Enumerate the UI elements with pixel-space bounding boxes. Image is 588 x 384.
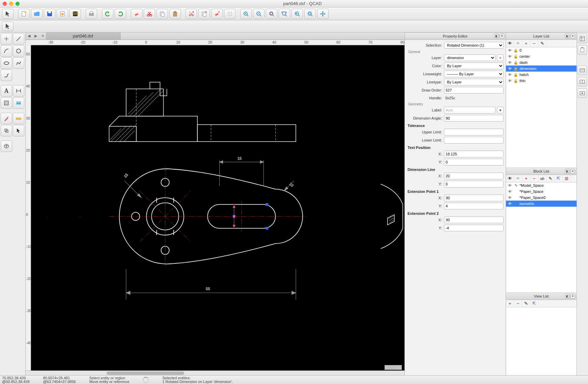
panel-button-1[interactable] <box>578 66 587 75</box>
add-layer-button[interactable]: + <box>522 40 530 47</box>
tab-close-button[interactable]: ✕ <box>39 33 46 40</box>
line-tool[interactable] <box>13 33 24 45</box>
tab-next-button[interactable]: ▶ <box>32 33 39 40</box>
pan-button[interactable] <box>317 9 329 19</box>
rename-block-button[interactable]: a|b <box>538 175 547 182</box>
visibility-icon[interactable]: 👁 <box>507 183 512 187</box>
measure-tool[interactable] <box>13 113 24 124</box>
close-icon[interactable]: ✕ <box>570 169 575 174</box>
panel-button-2[interactable] <box>578 77 587 86</box>
block-item[interactable]: 👁✎*Model_Space <box>506 182 577 188</box>
ext1-x-input[interactable] <box>444 195 504 201</box>
show-all-blocks-button[interactable]: 👁 <box>506 175 514 182</box>
redo-button[interactable] <box>115 9 126 19</box>
detach-icon[interactable]: ◧ <box>565 294 570 299</box>
print-button[interactable] <box>57 9 68 19</box>
close-icon[interactable]: ✕ <box>570 294 575 299</box>
horizontal-scrollbar[interactable] <box>26 370 404 375</box>
copy-button[interactable] <box>157 9 168 19</box>
document-tab[interactable]: part046.dxf <box>46 32 120 40</box>
select-tool[interactable] <box>13 125 24 136</box>
remove-layer-button[interactable]: − <box>530 40 538 47</box>
detach-icon[interactable]: ◧ <box>565 34 570 39</box>
dimline-y-input[interactable] <box>444 181 504 187</box>
open-file-button[interactable] <box>31 9 43 19</box>
lock-icon[interactable]: 🔒 <box>513 79 518 83</box>
image-tool[interactable] <box>13 97 24 109</box>
isometric-tool[interactable] <box>1 140 12 152</box>
visibility-icon[interactable]: 👁 <box>507 73 512 77</box>
block-item[interactable]: 👁isometric <box>506 201 577 207</box>
library-browser-button[interactable] <box>578 34 587 43</box>
block-item[interactable]: 👁*Paper_Space <box>506 188 577 195</box>
lock-icon[interactable]: 🔒 <box>513 67 518 71</box>
visibility-icon[interactable]: 👁 <box>507 48 512 52</box>
drawing-canvas[interactable]: 15 55 15 10 <box>31 45 404 370</box>
close-icon[interactable]: ✕ <box>570 34 575 39</box>
block-tool[interactable] <box>1 125 12 136</box>
point-tool[interactable] <box>1 33 12 45</box>
visibility-icon[interactable]: 👁 <box>507 54 512 58</box>
edit-view-button[interactable]: ✎ <box>522 300 530 307</box>
add-layer-button[interactable]: + <box>497 54 504 61</box>
visibility-icon[interactable]: 👁 <box>507 189 512 194</box>
zoom-in-button[interactable] <box>240 9 252 19</box>
selection-dropdown[interactable]: Rotated Dimension (1) <box>444 42 504 49</box>
save-file-button[interactable] <box>44 9 55 19</box>
cut-ref-button[interactable] <box>186 9 197 19</box>
grid-button[interactable] <box>224 9 235 19</box>
textpos-x-input[interactable] <box>444 151 504 157</box>
zoom-selection-button[interactable] <box>279 9 290 19</box>
detach-icon[interactable]: ◧ <box>565 169 570 174</box>
lock-icon[interactable]: 🔒 <box>513 60 518 65</box>
ellipse-tool[interactable] <box>1 57 12 69</box>
panel-button-3[interactable] <box>578 88 587 98</box>
dimension-tool[interactable] <box>13 85 24 97</box>
lock-icon[interactable]: 🔒 <box>513 54 518 59</box>
hatch-tool[interactable] <box>1 97 12 109</box>
zoom-window-button[interactable] <box>304 9 316 19</box>
ext2-x-input[interactable] <box>444 216 504 223</box>
ext1-y-input[interactable] <box>444 203 504 209</box>
hide-all-blocks-button[interactable]: 👁 <box>514 175 522 182</box>
erase-button[interactable] <box>131 9 142 19</box>
dimangle-input[interactable] <box>444 115 504 122</box>
layer-dropdown[interactable]: dimension <box>444 54 496 61</box>
block-item[interactable]: 👁*Paper_Space0 <box>506 195 577 201</box>
polyline-tool[interactable] <box>1 70 12 81</box>
svg-export-button[interactable]: SVG <box>69 9 81 19</box>
add-view-button[interactable]: + <box>506 300 514 307</box>
label-input[interactable] <box>444 107 496 113</box>
layer-item[interactable]: 👁🔒thin <box>506 78 577 84</box>
zoom-out-button[interactable] <box>253 9 264 19</box>
textpos-y-input[interactable] <box>444 159 504 165</box>
visibility-icon[interactable]: 👁 <box>507 79 512 83</box>
linetype-dropdown[interactable]: By Layer <box>444 79 504 85</box>
goto-view-button[interactable]: ⇱ <box>530 300 538 307</box>
spline-tool[interactable] <box>13 57 24 69</box>
paste-button[interactable] <box>169 9 181 19</box>
remove-block-button[interactable]: − <box>530 175 538 182</box>
layer-item[interactable]: 👁🔒center <box>506 53 577 59</box>
zoom-previous-button[interactable] <box>291 9 303 19</box>
close-block-button[interactable]: ⊠ <box>563 175 571 182</box>
layer-item[interactable]: 👁🔒dimension <box>506 66 577 72</box>
visibility-icon[interactable]: 👁 <box>507 67 512 71</box>
tab-prev-button[interactable]: ◀ <box>26 33 32 40</box>
copy-ref-button[interactable] <box>198 9 210 19</box>
visibility-icon[interactable]: 👁 <box>507 202 512 206</box>
undo-button[interactable] <box>102 9 113 19</box>
lock-icon[interactable]: 🔒 <box>513 73 518 77</box>
detach-icon[interactable]: ◧ <box>494 34 499 39</box>
pointer-tool[interactable] <box>2 9 13 19</box>
zoom-auto-button[interactable] <box>266 9 277 19</box>
ext2-y-input[interactable] <box>444 225 504 231</box>
add-block-button[interactable]: + <box>522 175 530 182</box>
upper-limit-input[interactable] <box>444 129 504 135</box>
cut-button[interactable] <box>144 9 155 19</box>
erase-ref-button[interactable] <box>211 9 223 19</box>
insert-block-button[interactable]: ⇱ <box>555 175 563 182</box>
show-all-layers-button[interactable]: 👁 <box>506 40 514 47</box>
modify-tool[interactable] <box>1 113 12 124</box>
dimline-x-input[interactable] <box>444 173 504 179</box>
